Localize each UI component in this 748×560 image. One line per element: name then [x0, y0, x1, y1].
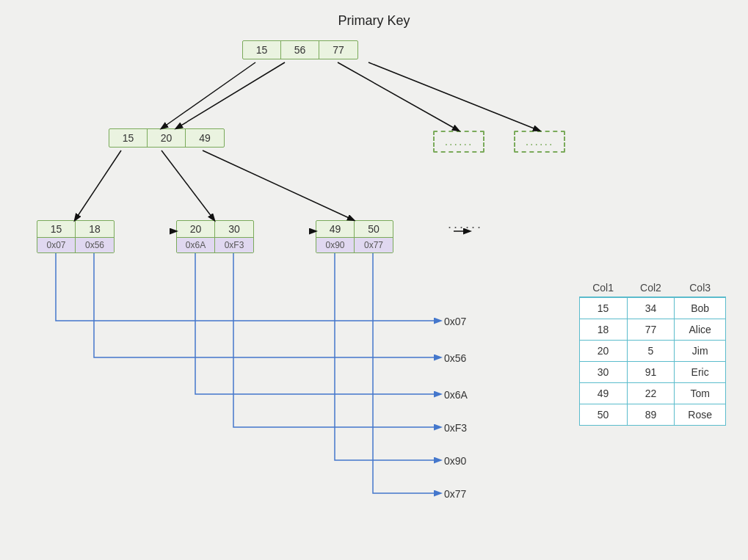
ptr-label-5: 0x77 — [444, 488, 466, 500]
table-cell-r0-c1: 34 — [627, 297, 675, 319]
leaf2-bot-1: 0x77 — [355, 238, 393, 252]
leaf0-top-0: 15 — [37, 221, 76, 237]
leaf0-top-1: 18 — [76, 221, 114, 237]
svg-line-1 — [176, 62, 285, 128]
ptr-label-1: 0x56 — [444, 352, 466, 364]
leaf0-bot-0: 0x07 — [37, 238, 76, 252]
leaf1-top-1: 30 — [215, 221, 253, 237]
col3-header: Col3 — [675, 279, 726, 297]
leaf1-bot-0: 0x6A — [177, 238, 215, 252]
ptr-label-4: 0x90 — [444, 455, 466, 467]
l1-cell-2: 49 — [186, 129, 224, 147]
table-cell-r4-c2: Tom — [675, 383, 726, 404]
ptr-label-0: 0x07 — [444, 316, 466, 327]
table-row: 205Jim — [579, 341, 725, 362]
leaf-node-1: 20 30 0x6A 0xF3 — [176, 220, 254, 253]
leaf1-bot-1: 0xF3 — [215, 238, 253, 252]
table-cell-r5-c1: 89 — [627, 404, 675, 426]
ptr-label-3: 0xF3 — [444, 422, 467, 434]
level1-node: 15 20 49 — [109, 128, 225, 148]
table-cell-r4-c0: 49 — [579, 383, 627, 404]
dashed-node-1: ...... — [433, 131, 484, 153]
l1-cell-1: 20 — [148, 129, 186, 147]
l1-cell-0: 15 — [109, 129, 148, 147]
leaf-node-2: 49 50 0x90 0x77 — [316, 220, 393, 253]
leaf2-top-1: 50 — [355, 221, 393, 237]
table-cell-r0-c0: 15 — [579, 297, 627, 319]
root-node: 15 56 77 — [242, 40, 358, 59]
leaf0-bot-1: 0x56 — [76, 238, 114, 252]
root-cell-2: 77 — [319, 41, 357, 59]
svg-line-5 — [161, 150, 214, 220]
table-cell-r4-c1: 22 — [627, 383, 675, 404]
svg-line-3 — [368, 62, 540, 131]
svg-line-4 — [75, 150, 121, 220]
leaf2-bot-0: 0x90 — [316, 238, 355, 252]
table-cell-r2-c2: Jim — [675, 341, 726, 362]
table-row: 1534Bob — [579, 297, 725, 319]
table-cell-r1-c0: 18 — [579, 319, 627, 341]
table-cell-r2-c1: 5 — [627, 341, 675, 362]
table-row: 1877Alice — [579, 319, 725, 341]
data-table: Col1 Col2 Col3 1534Bob1877Alice205Jim309… — [579, 279, 726, 426]
root-cell-1: 56 — [281, 41, 319, 59]
leaf2-top-0: 49 — [316, 221, 355, 237]
svg-line-2 — [338, 62, 459, 131]
table-cell-r5-c2: Rose — [675, 404, 726, 426]
table-cell-r1-c1: 77 — [627, 319, 675, 341]
leaf-node-0: 15 18 0x07 0x56 — [37, 220, 115, 253]
table-cell-r3-c0: 30 — [579, 362, 627, 383]
main-container: Primary Key 15 56 77 15 20 49 ...... ...… — [0, 0, 748, 560]
col2-header: Col2 — [627, 279, 675, 297]
table-cell-r5-c0: 50 — [579, 404, 627, 426]
table-cell-r3-c2: Eric — [675, 362, 726, 383]
ptr-label-2: 0x6A — [444, 389, 468, 401]
svg-line-6 — [203, 150, 354, 220]
svg-line-0 — [161, 62, 255, 128]
dots-middle: ...... — [448, 217, 483, 232]
page-title: Primary Key — [0, 13, 748, 29]
leaf1-top-0: 20 — [177, 221, 215, 237]
table-cell-r1-c2: Alice — [675, 319, 726, 341]
table-cell-r0-c2: Bob — [675, 297, 726, 319]
table-row: 3091Eric — [579, 362, 725, 383]
root-cell-0: 15 — [243, 41, 281, 59]
table-cell-r2-c0: 20 — [579, 341, 627, 362]
table-row: 5089Rose — [579, 404, 725, 426]
table-cell-r3-c1: 91 — [627, 362, 675, 383]
col1-header: Col1 — [579, 279, 627, 297]
table-row: 4922Tom — [579, 383, 725, 404]
dashed-node-2: ...... — [514, 131, 565, 153]
